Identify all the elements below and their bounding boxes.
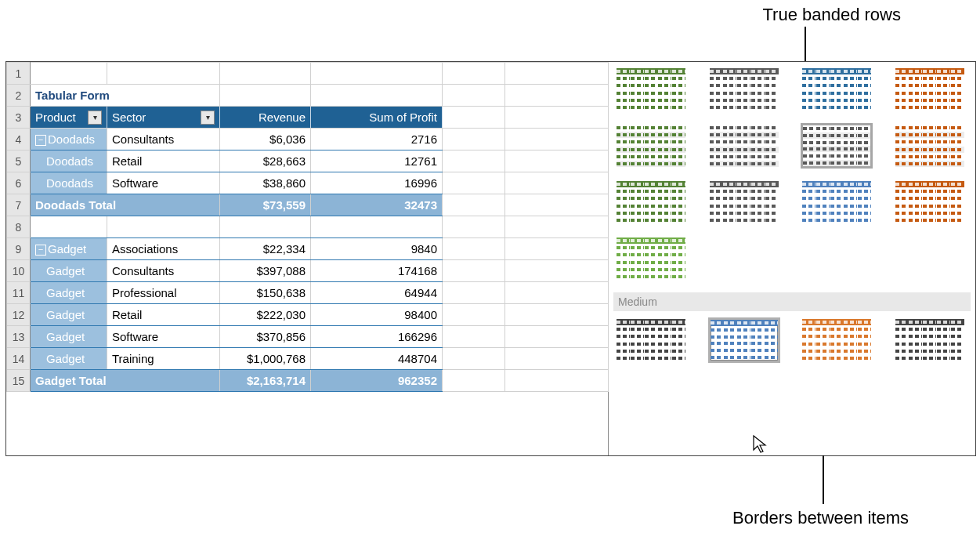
cell-revenue[interactable]: $222,030 bbox=[220, 304, 311, 326]
pivot-style-thumbnail[interactable] bbox=[801, 67, 873, 112]
gallery-section-label: Medium bbox=[613, 292, 971, 311]
pivot-style-thumbnail[interactable] bbox=[708, 179, 780, 225]
row-header[interactable]: 6 bbox=[7, 172, 31, 194]
cell-profit[interactable]: 98400 bbox=[311, 304, 443, 326]
pivot-style-thumbnail[interactable] bbox=[801, 179, 873, 225]
subtotal-row: 7 Doodads Total $73,559 32473 bbox=[7, 194, 609, 216]
grid[interactable]: 1 2 Tabular Form 3 Product ▾ bbox=[6, 62, 609, 413]
row-header[interactable]: 4 bbox=[7, 129, 31, 150]
cell-sector[interactable]: Consultants bbox=[107, 129, 220, 150]
pivot-style-thumbnail[interactable] bbox=[615, 179, 687, 225]
cell-revenue[interactable]: $150,638 bbox=[220, 282, 311, 304]
header-label: Sector bbox=[112, 111, 146, 124]
gallery-section-light4 bbox=[615, 236, 971, 281]
row-3: 3 Product ▾ Sector ▾ Revenue Sum of Prof… bbox=[7, 107, 609, 129]
row-header[interactable]: 11 bbox=[7, 282, 31, 304]
pivot-style-thumbnail[interactable] bbox=[708, 67, 780, 112]
row-header[interactable]: 9 bbox=[7, 238, 31, 260]
collapse-icon[interactable]: − bbox=[35, 135, 46, 146]
cell-product[interactable]: Gadget bbox=[31, 282, 107, 304]
row-header[interactable]: 7 bbox=[7, 194, 31, 216]
cell-profit[interactable]: 2716 bbox=[311, 129, 443, 150]
cell-profit[interactable]: 174168 bbox=[311, 260, 443, 282]
column-header-sector[interactable]: Sector ▾ bbox=[107, 107, 220, 129]
cell-profit[interactable]: 64944 bbox=[311, 282, 443, 304]
column-header-product[interactable]: Product ▾ bbox=[31, 107, 107, 129]
pivot-style-thumbnail[interactable] bbox=[615, 236, 687, 281]
row-header[interactable]: 15 bbox=[7, 370, 31, 392]
table-row: 10 Gadget Consultants $397,088 174168 bbox=[7, 260, 609, 282]
cell-sector[interactable]: Associations bbox=[107, 238, 220, 260]
subtotal-profit: 32473 bbox=[311, 194, 443, 216]
row-header[interactable]: 3 bbox=[7, 107, 31, 129]
cell-sector[interactable]: Software bbox=[107, 326, 220, 348]
gallery-section-light bbox=[615, 67, 971, 112]
cell-revenue[interactable]: $6,036 bbox=[220, 129, 311, 150]
cell-sector[interactable]: Training bbox=[107, 348, 220, 370]
cell-sector[interactable]: Software bbox=[107, 172, 220, 194]
table-row: 11 Gadget Professional $150,638 64944 bbox=[7, 282, 609, 304]
cell-revenue[interactable]: $1,000,768 bbox=[220, 348, 311, 370]
pivot-style-thumbnail[interactable] bbox=[615, 123, 687, 169]
pivot-style-thumbnail[interactable] bbox=[708, 123, 780, 169]
collapse-icon[interactable]: − bbox=[35, 245, 46, 256]
subtotal-profit: 962352 bbox=[311, 370, 443, 392]
gallery-section-light3 bbox=[615, 179, 971, 225]
pivot-style-thumbnail[interactable] bbox=[894, 179, 966, 225]
row-header[interactable]: 12 bbox=[7, 304, 31, 326]
pivot-style-thumbnail[interactable] bbox=[708, 317, 780, 363]
gallery-section-medium bbox=[615, 317, 971, 363]
cell-revenue[interactable]: $38,860 bbox=[220, 172, 311, 194]
cell-product[interactable]: Gadget bbox=[31, 348, 107, 370]
pivot-style-thumbnail[interactable] bbox=[894, 317, 966, 363]
cell-profit[interactable]: 166296 bbox=[311, 326, 443, 348]
subtotal-label: Gadget Total bbox=[31, 370, 220, 392]
cell-profit[interactable]: 16996 bbox=[311, 172, 443, 194]
subtotal-revenue: $2,163,714 bbox=[220, 370, 311, 392]
row-header[interactable]: 8 bbox=[7, 216, 31, 238]
filter-dropdown-icon[interactable]: ▾ bbox=[88, 111, 102, 125]
column-header-profit: Sum of Profit bbox=[311, 107, 443, 129]
subtotal-row: 15 Gadget Total $2,163,714 962352 bbox=[7, 370, 609, 392]
row-header[interactable]: 14 bbox=[7, 348, 31, 370]
column-header-revenue: Revenue bbox=[220, 107, 311, 129]
pivot-style-thumbnail[interactable] bbox=[615, 67, 687, 112]
pivot-style-thumbnail[interactable] bbox=[894, 67, 966, 112]
row-header[interactable]: 5 bbox=[7, 150, 31, 172]
cell-revenue[interactable]: $370,856 bbox=[220, 326, 311, 348]
row-header[interactable]: 2 bbox=[7, 85, 31, 107]
cell-product[interactable]: Doodads bbox=[31, 172, 107, 194]
cell-sector[interactable]: Retail bbox=[107, 304, 220, 326]
filter-dropdown-icon[interactable]: ▾ bbox=[201, 111, 215, 125]
pivot-style-thumbnail[interactable] bbox=[801, 123, 873, 169]
cell-revenue[interactable]: $28,663 bbox=[220, 150, 311, 172]
cell-revenue[interactable]: $22,334 bbox=[220, 238, 311, 260]
cell-product[interactable]: Doodads bbox=[31, 150, 107, 172]
cell-sector[interactable]: Professional bbox=[107, 282, 220, 304]
cell-product[interactable]: −Doodads bbox=[31, 129, 107, 150]
row-header[interactable]: 13 bbox=[7, 326, 31, 348]
cell-sector[interactable]: Retail bbox=[107, 150, 220, 172]
cell-revenue[interactable]: $397,088 bbox=[220, 260, 311, 282]
cell-profit[interactable]: 9840 bbox=[311, 238, 443, 260]
pivot-style-thumbnail[interactable] bbox=[894, 123, 966, 169]
pivot-style-thumbnail[interactable] bbox=[801, 317, 873, 363]
style-gallery: Medium bbox=[609, 62, 975, 455]
table-row: 5 Doodads Retail $28,663 12761 bbox=[7, 150, 609, 172]
cell-product[interactable]: Gadget bbox=[31, 326, 107, 348]
cell-product[interactable]: Gadget bbox=[31, 304, 107, 326]
cell-profit[interactable]: 12761 bbox=[311, 150, 443, 172]
cell-sector[interactable]: Consultants bbox=[107, 260, 220, 282]
cell-product[interactable]: Gadget bbox=[31, 260, 107, 282]
cell-product[interactable]: −Gadget bbox=[31, 238, 107, 260]
callout-bottom: Borders between items bbox=[713, 508, 909, 528]
row-8: 8 bbox=[7, 216, 609, 238]
table-row: 12 Gadget Retail $222,030 98400 bbox=[7, 304, 609, 326]
table-row: 6 Doodads Software $38,860 16996 bbox=[7, 172, 609, 194]
row-header[interactable]: 1 bbox=[7, 63, 31, 85]
row-header[interactable]: 10 bbox=[7, 260, 31, 282]
header-label: Product bbox=[35, 111, 76, 124]
pivot-style-thumbnail[interactable] bbox=[615, 317, 687, 363]
row-1: 1 bbox=[7, 63, 609, 85]
cell-profit[interactable]: 448704 bbox=[311, 348, 443, 370]
